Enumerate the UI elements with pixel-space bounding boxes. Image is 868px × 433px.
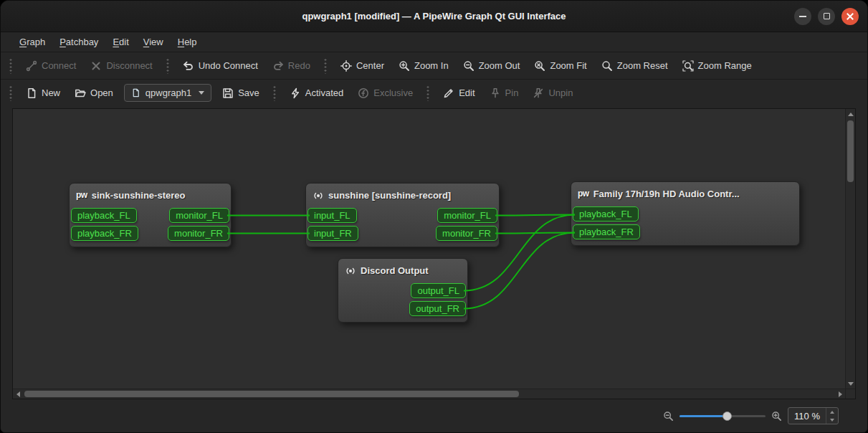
node-header: Discord Output [338, 259, 467, 280]
main-area: pw sink-sunshine-stereo playback_FL play… [1, 106, 867, 399]
scroll-right-button[interactable] [835, 389, 845, 399]
node-header: pw Family 17h/19h HD Audio Contr... [571, 182, 799, 204]
new-button[interactable]: New [19, 84, 67, 103]
port-output-fr[interactable]: output_FR [409, 301, 466, 316]
edit-button[interactable]: Edit [437, 84, 481, 103]
maximize-icon [824, 13, 830, 19]
pin-icon [490, 87, 501, 99]
port-playback-fl[interactable]: playback_FL [71, 208, 137, 223]
unpin-icon [533, 87, 544, 99]
zoom-slider[interactable] [679, 411, 766, 421]
hscroll-track[interactable] [23, 389, 835, 399]
toolbar-drag-handle[interactable] [9, 58, 13, 74]
graph-frame: pw sink-sunshine-stereo playback_FL play… [12, 108, 856, 399]
arrow-down-icon [830, 419, 834, 422]
zoom-spin-down-button[interactable] [826, 416, 838, 424]
toolbar-drag-handle[interactable] [9, 85, 13, 101]
zoom-range-button[interactable]: Zoom Range [676, 57, 758, 75]
app-window: qpwgraph1 [modified] — A PipeWire Graph … [0, 0, 868, 433]
disconnect-button[interactable]: Disconnect [84, 57, 158, 75]
zoom-out-icon [463, 60, 474, 72]
statusbar: 110 % [1, 399, 867, 432]
scroll-left-button[interactable] [13, 389, 23, 399]
port-playback-fr[interactable]: playback_FR [573, 224, 640, 239]
stream-icon [313, 190, 324, 201]
undo-icon [183, 60, 194, 72]
graph-canvas[interactable]: pw sink-sunshine-stereo playback_FL play… [13, 109, 845, 389]
node-family-hd-audio[interactable]: pw Family 17h/19h HD Audio Contr... play… [571, 181, 800, 246]
undo-connect-button[interactable]: Undo Connect [176, 57, 264, 75]
arrow-up-icon [848, 113, 854, 116]
center-icon [340, 60, 352, 72]
port-monitor-fr[interactable]: monitor_FR [436, 226, 497, 241]
toolbar-separator [166, 58, 170, 74]
hscroll-thumb[interactable] [24, 391, 519, 397]
scroll-down-button[interactable] [846, 379, 856, 389]
connect-button[interactable]: Connect [19, 57, 82, 75]
pipewire-icon: pw [76, 189, 87, 201]
toolbar-separator [272, 85, 277, 101]
port-input-fl[interactable]: input_FL [307, 208, 357, 223]
port-input-fr[interactable]: input_FR [307, 226, 358, 241]
port-monitor-fr[interactable]: monitor_FR [168, 226, 229, 241]
zoom-fit-button[interactable]: Zoom Fit [528, 57, 593, 75]
menu-graph[interactable]: Graph [12, 34, 52, 50]
menu-edit[interactable]: Edit [105, 34, 135, 50]
toolbar-graph: Connect Disconnect Undo Connect Redo Cen… [1, 52, 867, 79]
port-monitor-fl[interactable]: monitor_FL [437, 208, 497, 223]
activated-button[interactable]: Activated [283, 84, 350, 103]
port-output-fl[interactable]: output_FL [411, 283, 466, 298]
toolbar-separator [323, 58, 328, 74]
menu-help[interactable]: Help [171, 34, 204, 50]
menubar: Graph Patchbay Edit View Help [1, 32, 867, 52]
titlebar[interactable]: qpwgraph1 [modified] — A PipeWire Graph … [1, 1, 867, 32]
arrow-down-icon [848, 382, 854, 386]
vscroll-thumb[interactable] [847, 120, 854, 182]
redo-icon [272, 60, 284, 72]
node-sunshine[interactable]: sunshine [sunshine-record] input_FL inpu… [305, 183, 500, 247]
connection-edge[interactable] [495, 215, 575, 216]
zoom-slider-handle[interactable] [722, 411, 732, 421]
vscroll-track[interactable] [846, 119, 855, 379]
save-button[interactable]: Save [216, 84, 266, 103]
node-header: sunshine [sunshine-record] [306, 184, 499, 205]
zoom-spin-up-button[interactable] [826, 408, 838, 416]
node-discord-output[interactable]: Discord Output output_FL output_FR [338, 258, 468, 323]
zoom-out-button[interactable]: Zoom Out [457, 57, 527, 75]
port-playback-fr[interactable]: playback_FR [71, 226, 138, 241]
vertical-scrollbar[interactable] [845, 109, 855, 389]
redo-button[interactable]: Redo [266, 57, 317, 75]
session-file-icon [131, 88, 140, 97]
maximize-button[interactable] [818, 8, 835, 25]
menu-view[interactable]: View [136, 34, 171, 50]
connection-edge[interactable] [495, 233, 575, 234]
minimize-button[interactable] [794, 8, 811, 25]
window-title: qpwgraph1 [modified] — A PipeWire Graph … [1, 11, 867, 22]
zoom-reset-button[interactable]: Zoom Reset [595, 57, 674, 75]
close-icon [846, 12, 854, 21]
zoom-range-icon [682, 60, 694, 72]
unpin-button[interactable]: Unpin [526, 84, 579, 103]
close-button[interactable] [841, 8, 859, 25]
node-title: sink-sunshine-stereo [92, 189, 186, 201]
center-button[interactable]: Center [334, 57, 391, 75]
node-title: Family 17h/19h HD Audio Contr... [593, 188, 740, 200]
horizontal-scrollbar[interactable] [13, 389, 845, 399]
node-sink-sunshine-stereo[interactable]: pw sink-sunshine-stereo playback_FL play… [69, 183, 232, 247]
open-button[interactable]: Open [68, 84, 120, 103]
port-playback-fl[interactable]: playback_FL [573, 206, 639, 222]
port-monitor-fl[interactable]: monitor_FL [169, 208, 229, 223]
zoom-in-button[interactable]: Zoom In [392, 57, 455, 75]
menu-patchbay[interactable]: Patchbay [52, 34, 105, 50]
minimize-icon [799, 16, 806, 17]
open-folder-icon [75, 87, 86, 99]
exclusive-button[interactable]: Exclusive [351, 84, 419, 103]
session-combobox[interactable]: qpwgraph1 [124, 84, 211, 102]
arrow-up-icon [830, 411, 834, 414]
scroll-up-button[interactable] [846, 109, 856, 119]
zoom-in-icon [771, 411, 782, 422]
pin-button[interactable]: Pin [483, 84, 525, 103]
zoom-spinbox[interactable]: 110 % [788, 407, 839, 424]
chevron-down-icon [199, 91, 204, 95]
connect-icon [26, 60, 37, 72]
